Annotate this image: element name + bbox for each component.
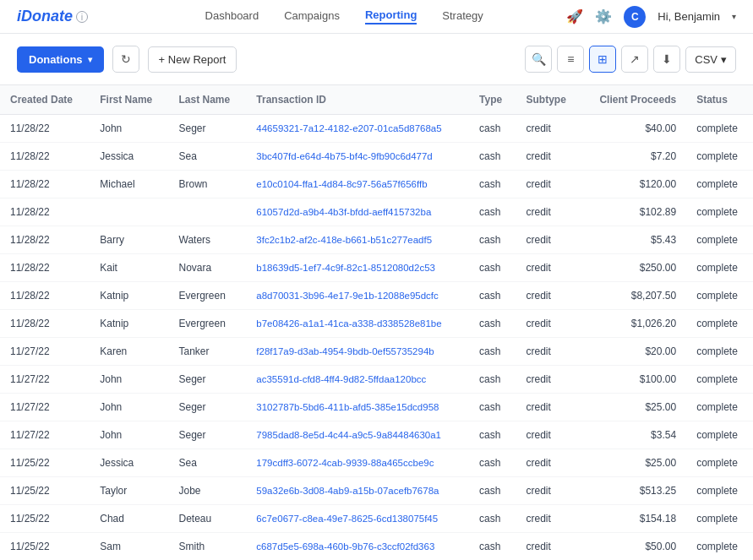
cell-type: cash bbox=[469, 310, 516, 338]
nav-dashboard[interactable]: Dashboard bbox=[205, 9, 259, 24]
cell-amount: $1,026.20 bbox=[581, 310, 686, 338]
col-status: Status bbox=[686, 85, 753, 115]
cell-first-name: Jessica bbox=[90, 449, 168, 477]
refresh-button[interactable]: ↻ bbox=[112, 46, 139, 73]
filter-button[interactable]: ≡ bbox=[557, 46, 584, 73]
cell-date: 11/28/22 bbox=[0, 115, 90, 143]
cell-type: cash bbox=[469, 421, 516, 449]
cell-last-name: Seger bbox=[169, 421, 247, 449]
txn-link: b18639d5-1ef7-4c9f-82c1-8512080d2c53 bbox=[256, 263, 435, 273]
cell-txn-id[interactable]: 7985dad8-8e5d-4c44-a9c5-9a84484630a1 bbox=[246, 421, 469, 449]
cell-date: 11/27/22 bbox=[0, 338, 90, 366]
table-row: 11/28/22 Michael Brown e10c0104-ffa1-4d8… bbox=[0, 171, 753, 198]
cell-status: complete bbox=[686, 421, 753, 449]
cell-type: cash bbox=[469, 115, 516, 143]
app-logo: iDonate i bbox=[17, 8, 88, 25]
donations-button[interactable]: Donations ▾ bbox=[17, 46, 104, 73]
share-icon: ↗ bbox=[630, 52, 640, 66]
cell-txn-id[interactable]: 3fc2c1b2-af2c-418e-b661-b51c277eadf5 bbox=[246, 226, 469, 254]
txn-link: ac35591d-cfd8-4ff4-9d82-5ffdaa120bcc bbox=[256, 374, 426, 384]
cell-txn-id[interactable]: b18639d5-1ef7-4c9f-82c1-8512080d2c53 bbox=[246, 254, 469, 282]
cell-txn-id[interactable]: b7e08426-a1a1-41ca-a338-d338528e81be bbox=[246, 310, 469, 338]
cell-txn-id[interactable]: f28f17a9-d3ab-4954-9bdb-0ef55735294b bbox=[246, 338, 469, 366]
cell-first-name: Michael bbox=[90, 171, 168, 198]
col-type: Type bbox=[469, 85, 516, 115]
cell-txn-id[interactable]: 44659321-7a12-4182-e207-01ca5d8768a5 bbox=[246, 115, 469, 143]
cell-txn-id[interactable]: 3bc407fd-e64d-4b75-bf4c-9fb90c6d477d bbox=[246, 143, 469, 171]
cell-amount: $5.43 bbox=[581, 226, 686, 254]
cell-first-name: Chad bbox=[90, 505, 168, 533]
cell-txn-id[interactable]: 3102787b-5bd6-411b-afd5-385e15dcd958 bbox=[246, 394, 469, 421]
cell-last-name: Smith bbox=[169, 533, 247, 561]
cell-txn-id[interactable]: a8d70031-3b96-4e17-9e1b-12088e95dcfc bbox=[246, 282, 469, 310]
cell-status: complete bbox=[686, 533, 753, 561]
cell-last-name: Jobe bbox=[169, 477, 247, 505]
cell-subtype: credit bbox=[516, 254, 581, 282]
table-row: 11/27/22 John Seger 3102787b-5bd6-411b-a… bbox=[0, 394, 753, 421]
col-first-name: First Name bbox=[90, 85, 168, 115]
cell-amount: $20.00 bbox=[581, 338, 686, 366]
csv-label: CSV bbox=[695, 53, 718, 66]
cell-amount: $50.00 bbox=[581, 533, 686, 561]
search-button[interactable]: 🔍 bbox=[525, 46, 552, 73]
logo-i: iDonate bbox=[17, 8, 73, 25]
cell-type: cash bbox=[469, 366, 516, 394]
refresh-icon: ↻ bbox=[121, 52, 131, 66]
txn-link: 6c7e0677-c8ea-49e7-8625-6cd138075f45 bbox=[256, 514, 438, 524]
cell-first-name: Katnip bbox=[90, 310, 168, 338]
cell-txn-id[interactable]: ac35591d-cfd8-4ff4-9d82-5ffdaa120bcc bbox=[246, 366, 469, 394]
cell-subtype: credit bbox=[516, 533, 581, 561]
cell-type: cash bbox=[469, 198, 516, 226]
share-button[interactable]: ↗ bbox=[621, 46, 648, 73]
table-row: 11/25/22 Sam Smith c687d5e5-698a-460b-9b… bbox=[0, 533, 753, 561]
txn-link: 3bc407fd-e64d-4b75-bf4c-9fb90c6d477d bbox=[256, 151, 432, 161]
csv-button[interactable]: CSV ▾ bbox=[685, 46, 736, 73]
cell-amount: $154.18 bbox=[581, 505, 686, 533]
cell-amount: $25.00 bbox=[581, 449, 686, 477]
csv-chevron-icon: ▾ bbox=[721, 53, 727, 66]
nav-reporting[interactable]: Reporting bbox=[365, 8, 417, 24]
cell-txn-id[interactable]: 6c7e0677-c8ea-49e7-8625-6cd138075f45 bbox=[246, 505, 469, 533]
cell-amount: $25.00 bbox=[581, 394, 686, 421]
cell-txn-id[interactable]: 59a32e6b-3d08-4ab9-a15b-07acefb7678a bbox=[246, 477, 469, 505]
cell-date: 11/28/22 bbox=[0, 310, 90, 338]
col-subtype: Subtype bbox=[516, 85, 581, 115]
nav-strategy[interactable]: Strategy bbox=[442, 9, 483, 24]
cell-subtype: credit bbox=[516, 477, 581, 505]
toolbar-right: 🔍 ≡ ⊞ ↗ ⬇ CSV ▾ bbox=[525, 46, 736, 73]
grid-button[interactable]: ⊞ bbox=[589, 46, 616, 73]
cell-amount: $7.20 bbox=[581, 143, 686, 171]
txn-link: b7e08426-a1a1-41ca-a338-d338528e81be bbox=[256, 318, 441, 329]
info-icon[interactable]: i bbox=[76, 11, 88, 23]
cell-last-name: Deteau bbox=[169, 505, 247, 533]
cell-date: 11/28/22 bbox=[0, 171, 90, 198]
nav-campaigns[interactable]: Campaigns bbox=[284, 9, 340, 24]
table-header-row: Created Date First Name Last Name Transa… bbox=[0, 85, 753, 115]
download-button[interactable]: ⬇ bbox=[653, 46, 680, 73]
table-row: 11/25/22 Chad Deteau 6c7e0677-c8ea-49e7-… bbox=[0, 505, 753, 533]
cell-date: 11/25/22 bbox=[0, 449, 90, 477]
cell-first-name bbox=[90, 198, 168, 226]
chevron-down-icon: ▾ bbox=[88, 55, 92, 64]
rocket-icon[interactable]: 🚀 bbox=[566, 8, 583, 24]
cell-status: complete bbox=[686, 477, 753, 505]
filter-icon: ≡ bbox=[567, 52, 574, 66]
cell-first-name: Kait bbox=[90, 254, 168, 282]
user-menu-chevron[interactable]: ▾ bbox=[732, 12, 736, 21]
user-greeting[interactable]: Hi, Benjamin bbox=[658, 10, 720, 23]
cell-txn-id[interactable]: 61057d2d-a9b4-4b3f-bfdd-aeff415732ba bbox=[246, 198, 469, 226]
settings-icon[interactable]: ⚙️ bbox=[595, 8, 612, 24]
cell-date: 11/28/22 bbox=[0, 282, 90, 310]
cell-date: 11/27/22 bbox=[0, 366, 90, 394]
cell-txn-id[interactable]: e10c0104-ffa1-4d84-8c97-56a57f656ffb bbox=[246, 171, 469, 198]
cell-status: complete bbox=[686, 171, 753, 198]
cell-txn-id[interactable]: c687d5e5-698a-460b-9b76-c3ccf02fd363 bbox=[246, 533, 469, 561]
cell-txn-id[interactable]: 179cdff3-6072-4cab-9939-88a465ccbe9c bbox=[246, 449, 469, 477]
cell-last-name: Brown bbox=[169, 171, 247, 198]
new-report-button[interactable]: + New Report bbox=[148, 46, 237, 73]
table-row: 11/27/22 John Seger 7985dad8-8e5d-4c44-a… bbox=[0, 421, 753, 449]
cell-amount: $513.25 bbox=[581, 477, 686, 505]
txn-link: 59a32e6b-3d08-4ab9-a15b-07acefb7678a bbox=[256, 486, 439, 496]
cell-date: 11/28/22 bbox=[0, 226, 90, 254]
cell-subtype: credit bbox=[516, 338, 581, 366]
